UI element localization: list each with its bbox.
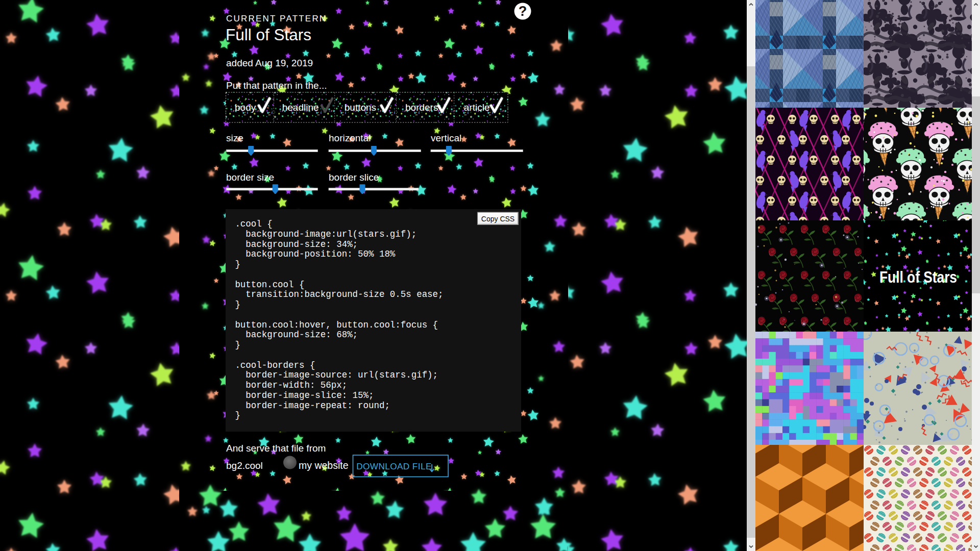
svg-text:}: }	[235, 340, 240, 350]
svg-text:borders: borders	[405, 102, 438, 113]
svg-text:Put that pattern in the...: Put that pattern in the...	[226, 80, 327, 91]
svg-text:And serve that file from: And serve that file from	[226, 443, 326, 454]
svg-text:added Aug 19, 2019: added Aug 19, 2019	[226, 58, 313, 68]
svg-text:?: ?	[519, 4, 527, 19]
svg-text:border size: border size	[226, 172, 274, 183]
svg-text:}: }	[235, 299, 240, 310]
svg-text:button.cool:hover, button.cool: button.cool:hover, button.cool:focus {	[235, 320, 438, 330]
svg-text:transition:background-size 0.5: transition:background-size 0.5s ease;	[235, 289, 443, 299]
svg-text:Copy CSS: Copy CSS	[481, 215, 514, 223]
svg-text:my website: my website	[299, 460, 349, 471]
svg-text:vertical: vertical	[431, 133, 461, 143]
svg-text:border slice: border slice	[329, 172, 379, 183]
svg-text:Full of Stars: Full of Stars	[226, 26, 311, 44]
svg-text:border-width: 56px;: border-width: 56px;	[235, 380, 347, 390]
svg-text:}: }	[235, 410, 240, 420]
svg-text:border-image-source: url(stars: border-image-source: url(stars.gif);	[235, 370, 438, 380]
svg-text:background-size: 68%;: background-size: 68%;	[235, 330, 358, 340]
svg-text:article: article	[464, 102, 490, 113]
svg-text:}: }	[235, 259, 240, 269]
svg-text:.cool {: .cool {	[235, 219, 272, 229]
svg-text:body: body	[235, 102, 256, 113]
svg-text:background-size: 34%;: background-size: 34%;	[235, 239, 358, 249]
svg-text:horizontal: horizontal	[329, 133, 371, 143]
svg-text:DOWNLOAD FILE: DOWNLOAD FILE	[356, 461, 432, 471]
svg-text:background-position: 50% 18%: background-position: 50% 18%	[235, 249, 395, 259]
svg-text:size: size	[226, 133, 243, 143]
svg-text:.cool-borders {: .cool-borders {	[235, 360, 315, 370]
svg-text:CURRENT PATTERN: CURRENT PATTERN	[226, 14, 327, 23]
svg-text:headline: headline	[282, 102, 319, 113]
svg-text:buttons: buttons	[345, 102, 376, 113]
svg-text:bg2.cool: bg2.cool	[226, 460, 263, 471]
svg-text:button.cool {: button.cool {	[235, 280, 304, 290]
svg-text:Full of Stars: Full of Stars	[879, 268, 957, 286]
svg-text:background-image:url(stars.gif: background-image:url(stars.gif);	[235, 229, 416, 239]
svg-text:border-image-repeat: round;: border-image-repeat: round;	[235, 400, 389, 411]
svg-text:border-image-slice: 15%;: border-image-slice: 15%;	[235, 390, 374, 400]
